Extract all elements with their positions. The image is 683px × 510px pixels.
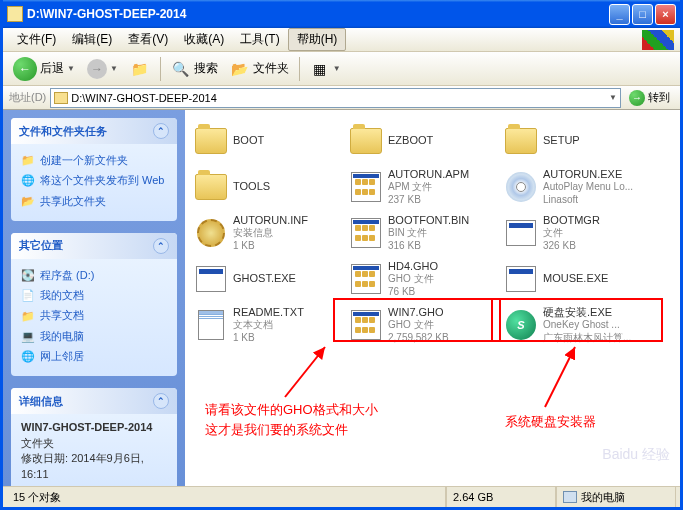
task-new-folder[interactable]: 📁创建一个新文件夹	[21, 150, 167, 170]
file-name: SETUP	[543, 134, 580, 148]
menu-file[interactable]: 文件(F)	[9, 29, 64, 50]
back-arrow-icon: ←	[13, 57, 37, 81]
file-item[interactable]: README.TXT文本文档1 KB	[189, 302, 344, 348]
up-button[interactable]: 📁	[126, 57, 154, 81]
titlebar[interactable]: D:\WIN7-GHOST-DEEP-2014 _ □ ×	[3, 0, 680, 28]
file-name: TOOLS	[233, 180, 270, 194]
panel-title: 其它位置	[19, 238, 63, 253]
folder-icon	[54, 92, 68, 104]
file-name: WIN7.GHO	[388, 306, 449, 320]
file-name: BOOT	[233, 134, 264, 148]
close-button[interactable]: ×	[655, 4, 676, 25]
explorer-window: D:\WIN7-GHOST-DEEP-2014 _ □ × 文件(F) 编辑(E…	[0, 0, 683, 510]
file-list-pane[interactable]: BOOTEZBOOTSETUPTOOLSAUTORUN.APMAPM 文件237…	[185, 110, 680, 486]
file-item[interactable]: AUTORUN.INF安装信息1 KB	[189, 210, 344, 256]
panel-other-header[interactable]: 其它位置 ⌃	[11, 233, 177, 259]
menu-view[interactable]: 查看(V)	[120, 29, 176, 50]
annotation-2: 系统硬盘安装器	[505, 412, 596, 432]
task-share-folder[interactable]: 📂共享此文件夹	[21, 191, 167, 211]
panel-tasks-header[interactable]: 文件和文件夹任务 ⌃	[11, 118, 177, 144]
go-label: 转到	[648, 90, 670, 105]
file-name: GHOST.EXE	[233, 272, 296, 286]
file-item[interactable]: MOUSE.EXE	[499, 256, 654, 302]
status-count: 15 个对象	[7, 487, 446, 507]
file-name: HD4.GHO	[388, 260, 438, 274]
app-icon	[348, 169, 384, 205]
panel-details-header[interactable]: 详细信息 ⌃	[11, 388, 177, 414]
drive-icon: 💽	[21, 268, 35, 282]
chevron-up-icon: ⌃	[153, 393, 169, 409]
folder-icon	[503, 123, 539, 159]
folder-icon	[7, 6, 23, 22]
folder-icon	[193, 123, 229, 159]
place-shared-documents[interactable]: 📁共享文档	[21, 305, 167, 325]
file-item[interactable]: GHOST.EXE	[189, 256, 344, 302]
address-path: D:\WIN7-GHOST-DEEP-2014	[71, 92, 216, 104]
detail-type: 文件夹	[21, 437, 54, 449]
share-icon: 📂	[21, 194, 35, 208]
forward-arrow-icon: →	[87, 59, 107, 79]
file-item[interactable]: AUTORUN.APMAPM 文件237 KB	[344, 164, 499, 210]
chevron-down-icon: ▼	[333, 64, 341, 73]
file-name: README.TXT	[233, 306, 304, 320]
detail-name: WIN7-GHOST-DEEP-2014	[21, 421, 152, 433]
file-item[interactable]: TOOLS	[189, 164, 344, 210]
txt-icon	[193, 307, 229, 343]
watermark: Baidu 经验	[602, 446, 670, 464]
folders-label: 文件夹	[253, 60, 289, 77]
panel-other-places: 其它位置 ⌃ 💽程序盘 (D:) 📄我的文档 📁共享文档 💻我的电脑 🌐网上邻居	[11, 233, 177, 376]
place-drive-d[interactable]: 💽程序盘 (D:)	[21, 265, 167, 285]
place-my-computer[interactable]: 💻我的电脑	[21, 326, 167, 346]
maximize-button[interactable]: □	[632, 4, 653, 25]
menu-tools[interactable]: 工具(T)	[232, 29, 287, 50]
green-icon: S	[503, 307, 539, 343]
place-my-documents[interactable]: 📄我的文档	[21, 285, 167, 305]
computer-icon: 💻	[21, 329, 35, 343]
panel-tasks: 文件和文件夹任务 ⌃ 📁创建一个新文件夹 🌐将这个文件夹发布到 Web 📂共享此…	[11, 118, 177, 221]
file-name: BOOTFONT.BIN	[388, 214, 469, 228]
views-icon: ▦	[310, 59, 330, 79]
back-button[interactable]: ← 后退 ▼	[9, 55, 79, 83]
folders-icon: 📂	[230, 59, 250, 79]
file-item[interactable]: S硬盘安装.EXEOneKey Ghost ...广东雨林木风计算...	[499, 302, 654, 348]
folder-icon	[348, 123, 384, 159]
forward-button[interactable]: → ▼	[83, 57, 122, 81]
toolbar: ← 后退 ▼ → ▼ 📁 🔍 搜索 📂 文件夹 ▦ ▼	[3, 52, 680, 86]
app-icon	[348, 215, 384, 251]
file-name: MOUSE.EXE	[543, 272, 608, 286]
file-item[interactable]: BOOT	[189, 118, 344, 164]
status-size: 2.64 GB	[446, 487, 556, 507]
menu-edit[interactable]: 编辑(E)	[64, 29, 120, 50]
app-icon	[348, 261, 384, 297]
chevron-down-icon[interactable]: ▼	[609, 93, 617, 102]
task-publish-web[interactable]: 🌐将这个文件夹发布到 Web	[21, 170, 167, 190]
detail-modified-label: 修改日期:	[21, 452, 68, 464]
documents-icon: 📄	[21, 288, 35, 302]
minimize-button[interactable]: _	[609, 4, 630, 25]
shared-folder-icon: 📁	[21, 309, 35, 323]
network-icon: 🌐	[21, 349, 35, 363]
menu-help[interactable]: 帮助(H)	[288, 28, 347, 51]
go-button[interactable]: → 转到	[625, 90, 674, 106]
chevron-down-icon: ▼	[110, 64, 118, 73]
file-name: AUTORUN.INF	[233, 214, 308, 228]
address-input[interactable]: D:\WIN7-GHOST-DEEP-2014 ▼	[50, 88, 621, 108]
file-item[interactable]: BOOTMGR文件326 KB	[499, 210, 654, 256]
panel-title: 详细信息	[19, 394, 63, 409]
exe-icon	[503, 215, 539, 251]
window-title: D:\WIN7-GHOST-DEEP-2014	[27, 7, 609, 21]
file-name: AUTORUN.EXE	[543, 168, 633, 182]
views-button[interactable]: ▦ ▼	[306, 57, 345, 81]
file-item[interactable]: AUTORUN.EXEAutoPlay Menu Lo...Linasoft	[499, 164, 654, 210]
search-icon: 🔍	[171, 59, 191, 79]
file-item[interactable]: BOOTFONT.BINBIN 文件316 KB	[344, 210, 499, 256]
address-label: 地址(D)	[9, 90, 46, 105]
search-button[interactable]: 🔍 搜索	[167, 57, 222, 81]
file-item[interactable]: HD4.GHOGHO 文件76 KB	[344, 256, 499, 302]
file-item[interactable]: WIN7.GHOGHO 文件2,759,582 KB	[344, 302, 499, 348]
folders-button[interactable]: 📂 文件夹	[226, 57, 293, 81]
menu-favorites[interactable]: 收藏(A)	[176, 29, 232, 50]
file-item[interactable]: SETUP	[499, 118, 654, 164]
file-item[interactable]: EZBOOT	[344, 118, 499, 164]
place-network[interactable]: 🌐网上邻居	[21, 346, 167, 366]
